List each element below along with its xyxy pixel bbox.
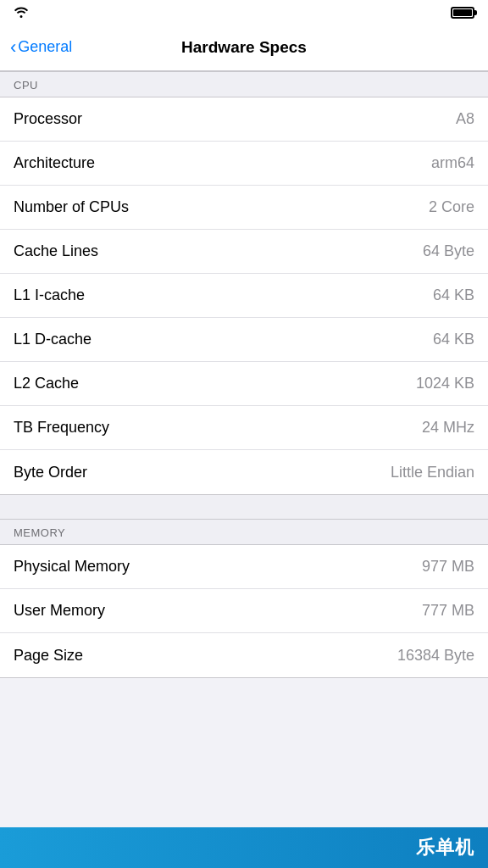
table-row: ProcessorA8 — [0, 97, 488, 142]
row-label-cpu-2: Number of CPUs — [14, 198, 129, 216]
wifi-icon — [14, 6, 29, 20]
row-value-memory-1: 777 MB — [422, 602, 474, 620]
content-area: CPUProcessorA8Architecturearm64Number of… — [0, 71, 488, 678]
table-row: Number of CPUs2 Core — [0, 186, 488, 230]
section-header-cpu: CPU — [0, 71, 488, 97]
row-value-cpu-3: 64 Byte — [423, 242, 474, 260]
row-label-cpu-0: Processor — [14, 110, 82, 128]
back-button[interactable]: ‹ General — [10, 38, 72, 57]
row-value-cpu-7: 24 MHz — [422, 419, 474, 437]
row-value-cpu-0: A8 — [456, 110, 474, 128]
row-label-memory-2: Page Size — [14, 647, 83, 665]
row-label-cpu-6: L2 Cache — [14, 375, 79, 392]
brand-banner: 乐单机 — [0, 827, 488, 868]
row-label-cpu-4: L1 I-cache — [14, 287, 85, 304]
row-label-cpu-7: TB Frequency — [14, 419, 109, 437]
table-row: Page Size16384 Byte — [0, 633, 488, 677]
table-row: Byte OrderLittle Endian — [0, 450, 488, 494]
nav-bar: ‹ General Hardware Specs — [0, 24, 488, 71]
status-bar — [0, 0, 488, 24]
row-value-memory-0: 977 MB — [422, 558, 474, 576]
table-row: L2 Cache1024 KB — [0, 362, 488, 406]
table-row: TB Frequency24 MHz — [0, 406, 488, 450]
table-row: Physical Memory977 MB — [0, 545, 488, 589]
table-section-memory: Physical Memory977 MBUser Memory777 MBPa… — [0, 545, 488, 678]
chevron-left-icon: ‹ — [10, 38, 16, 57]
row-label-cpu-5: L1 D-cache — [14, 331, 92, 348]
page-title: Hardware Specs — [181, 38, 307, 57]
row-label-memory-0: Physical Memory — [14, 558, 130, 576]
table-row: Cache Lines64 Byte — [0, 230, 488, 274]
back-label: General — [18, 38, 72, 56]
row-label-memory-1: User Memory — [14, 602, 105, 620]
table-row: User Memory777 MB — [0, 589, 488, 633]
row-label-cpu-1: Architecture — [14, 154, 95, 172]
table-row: L1 I-cache64 KB — [0, 274, 488, 318]
brand-text: 乐单机 — [416, 835, 474, 860]
row-label-cpu-3: Cache Lines — [14, 242, 98, 260]
table-row: Architecturearm64 — [0, 142, 488, 186]
row-value-cpu-6: 1024 KB — [416, 375, 474, 392]
row-value-memory-2: 16384 Byte — [397, 647, 474, 665]
row-value-cpu-8: Little Endian — [391, 464, 474, 481]
section-spacer — [0, 495, 488, 519]
row-value-cpu-4: 64 KB — [433, 287, 474, 304]
battery-status — [451, 7, 474, 19]
table-section-cpu: ProcessorA8Architecturearm64Number of CP… — [0, 97, 488, 495]
section-header-memory: MEMORY — [0, 519, 488, 545]
table-row: L1 D-cache64 KB — [0, 318, 488, 362]
battery-icon — [451, 7, 474, 19]
row-value-cpu-1: arm64 — [431, 154, 474, 172]
row-value-cpu-2: 2 Core — [429, 198, 474, 216]
row-label-cpu-8: Byte Order — [14, 464, 87, 481]
row-value-cpu-5: 64 KB — [433, 331, 474, 348]
